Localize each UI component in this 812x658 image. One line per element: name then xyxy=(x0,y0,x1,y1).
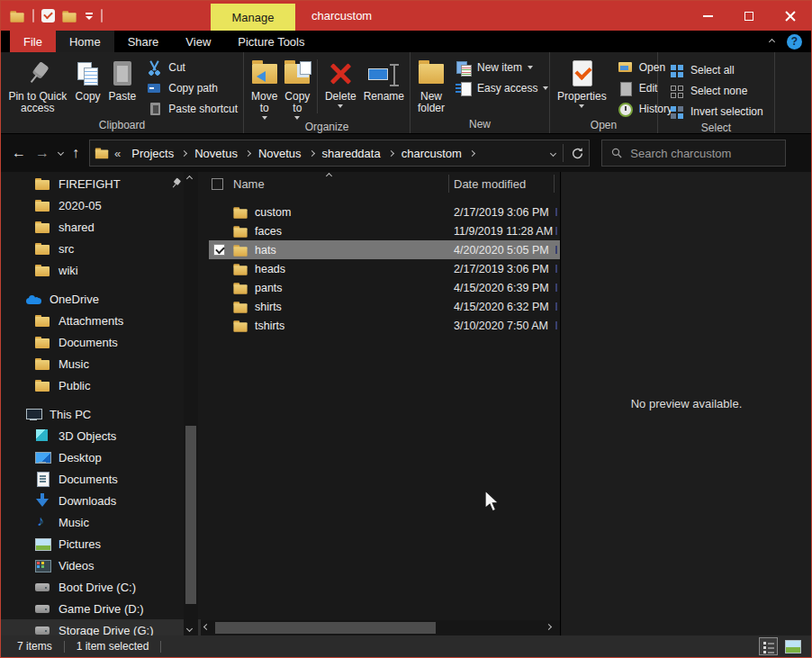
breadcrumb-overflow-icon[interactable]: « xyxy=(110,147,125,160)
manage-ribbon-tab[interactable]: Manage xyxy=(211,4,295,31)
paste-shortcut-button[interactable]: Paste shortcut xyxy=(143,98,241,119)
breadcrumb-segment[interactable]: Projects xyxy=(125,147,180,160)
chevron-right-icon[interactable] xyxy=(388,149,394,156)
sidebar-item-label: shared xyxy=(59,221,95,234)
sidebar-item[interactable]: wiki xyxy=(1,259,201,281)
select-all-button[interactable]: Select all xyxy=(665,59,767,80)
delete-button[interactable]: Delete xyxy=(321,56,360,109)
chevron-right-icon[interactable] xyxy=(469,149,475,156)
sidebar-item[interactable]: shared xyxy=(1,216,201,238)
sidebar-item[interactable]: OneDrive xyxy=(1,288,201,310)
file-row[interactable]: faces 11/9/2019 11:28 AM xyxy=(209,221,560,240)
breadcrumb-segment[interactable]: shareddata xyxy=(316,147,387,160)
scroll-up-icon[interactable] xyxy=(186,176,193,182)
maximize-button[interactable] xyxy=(728,1,770,31)
column-divider[interactable] xyxy=(448,175,449,193)
breadcrumb-segment[interactable]: Novetus xyxy=(252,147,308,160)
address-dropdown-icon[interactable] xyxy=(550,149,556,156)
file-row[interactable]: shirts 4/15/2020 6:32 PM xyxy=(209,297,560,316)
explorer-logo-icon[interactable] xyxy=(10,9,24,23)
column-divider[interactable] xyxy=(554,175,555,193)
move-to-button[interactable]: Move to xyxy=(248,56,281,121)
sidebar-item[interactable]: Attachments xyxy=(1,310,201,331)
sidebar-item[interactable]: Boot Drive (C:) xyxy=(1,576,201,598)
scroll-right-icon[interactable] xyxy=(546,624,552,630)
sidebar-item[interactable]: Desktop xyxy=(1,446,201,468)
large-icons-view-button[interactable] xyxy=(783,637,802,655)
sidebar-item[interactable]: src xyxy=(1,238,201,259)
file-row[interactable]: custom 2/17/2019 3:06 PM xyxy=(209,203,560,221)
sidebar-scrollbar[interactable] xyxy=(184,172,198,635)
sidebar-item[interactable]: Music xyxy=(1,353,201,374)
close-button[interactable] xyxy=(770,1,811,31)
ribbon-tab[interactable]: Share xyxy=(114,31,173,52)
sidebar-item[interactable]: Game Drive (D:) xyxy=(1,598,201,619)
up-button[interactable]: ↑ xyxy=(72,146,79,160)
column-header-name[interactable]: Name xyxy=(233,177,265,191)
properties-quick-icon[interactable] xyxy=(41,9,55,23)
chevron-right-icon[interactable] xyxy=(245,149,251,156)
sidebar-item[interactable]: Music xyxy=(1,511,201,533)
ribbon-tab[interactable]: View xyxy=(172,31,224,52)
invert-selection-button[interactable]: Invert selection xyxy=(665,101,767,122)
scroll-down-icon[interactable] xyxy=(186,626,193,632)
search-input[interactable] xyxy=(630,147,776,160)
help-icon[interactable] xyxy=(787,34,802,50)
forward-button[interactable]: → xyxy=(35,146,50,160)
sidebar-item[interactable]: Public xyxy=(1,374,201,396)
column-header-date-modified[interactable]: Date modified xyxy=(454,177,526,191)
cut-button[interactable]: Cut xyxy=(143,57,241,77)
file-row[interactable]: tshirts 3/10/2020 7:50 AM xyxy=(209,316,560,335)
search-box[interactable] xyxy=(601,140,786,167)
refresh-icon[interactable] xyxy=(571,147,584,160)
copy-to-button[interactable]: Copy to xyxy=(281,56,313,121)
copy-button[interactable]: Copy xyxy=(71,56,105,104)
select-all-checkbox[interactable] xyxy=(212,178,223,190)
file-row[interactable]: heads 2/17/2019 3:06 PM xyxy=(209,259,560,278)
collapse-ribbon-icon[interactable] xyxy=(769,38,775,44)
recent-locations-icon[interactable] xyxy=(58,149,64,155)
properties-button[interactable]: Properties xyxy=(554,56,610,109)
paste-button[interactable]: Paste xyxy=(105,56,140,104)
sidebar-item[interactable]: Videos xyxy=(1,554,201,576)
rename-button[interactable]: Rename xyxy=(360,56,408,104)
scrollbar-thumb[interactable] xyxy=(215,622,436,634)
ribbon-tab[interactable]: File xyxy=(10,31,56,52)
select-none-button[interactable]: Select none xyxy=(665,80,767,101)
copy-path-button[interactable]: Copy path xyxy=(143,77,241,98)
sidebar-item[interactable]: This PC xyxy=(1,403,201,425)
minimize-button[interactable] xyxy=(687,1,728,31)
pin-to-quick-access-button[interactable]: Pin to Quick access xyxy=(5,56,71,115)
horizontal-scrollbar[interactable] xyxy=(201,620,560,635)
sidebar-item[interactable]: 3D Objects xyxy=(1,425,201,446)
sidebar-item[interactable]: FIREFIGHT xyxy=(1,173,201,194)
sidebar-item[interactable]: Documents xyxy=(1,468,201,490)
easy-access-button[interactable]: Easy access xyxy=(452,77,552,98)
sidebar-item[interactable]: 2020-05 xyxy=(1,194,201,216)
file-row[interactable]: hats 4/20/2020 5:05 PM xyxy=(209,240,560,259)
row-checkbox[interactable] xyxy=(213,244,225,256)
sidebar-item[interactable]: Downloads xyxy=(1,490,201,511)
address-row: ← → ↑ « Projects Novetus Novetus sh xyxy=(1,134,811,172)
sidebar-item[interactable]: Pictures xyxy=(1,533,201,554)
address-bar[interactable]: « Projects Novetus Novetus shareddata ch… xyxy=(89,140,590,167)
new-folder-button[interactable]: New folder xyxy=(414,56,448,115)
scroll-left-icon[interactable] xyxy=(203,624,210,630)
sidebar-item[interactable]: Documents xyxy=(1,331,201,353)
folder-icon xyxy=(35,335,50,349)
chevron-right-icon[interactable] xyxy=(309,149,315,156)
breadcrumb-segment[interactable]: charcustom xyxy=(395,147,468,160)
details-view-button[interactable] xyxy=(759,637,778,655)
chevron-right-icon[interactable] xyxy=(181,149,187,156)
breadcrumb-segment[interactable]: Novetus xyxy=(188,147,244,160)
ribbon-tab[interactable]: Picture Tools xyxy=(224,31,318,52)
new-folder-quick-icon[interactable] xyxy=(62,9,77,23)
sidebar-item[interactable]: Storage Drive (G:) xyxy=(1,619,201,635)
qat-dropdown-icon[interactable] xyxy=(85,12,94,21)
scrollbar-thumb[interactable] xyxy=(185,426,196,604)
file-row[interactable]: pants 4/15/2020 6:39 PM xyxy=(209,278,560,297)
back-button[interactable]: ← xyxy=(12,146,26,160)
ribbon-tab[interactable]: Home xyxy=(56,31,114,52)
new-item-button[interactable]: New item xyxy=(452,57,552,77)
button-label: New item xyxy=(477,61,522,74)
